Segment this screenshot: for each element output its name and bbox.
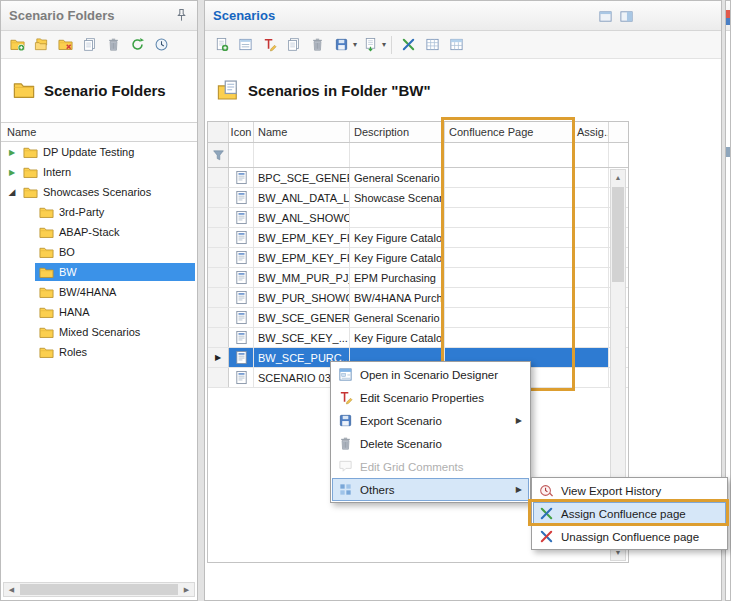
filter-cell-confluence-page[interactable]	[445, 143, 573, 167]
scenario-assigned-cell[interactable]	[573, 228, 609, 247]
scenario-row-bw-sce-key[interactable]: BW_SCE_KEY_...Key Figure Catalog...	[208, 328, 628, 348]
history-button[interactable]	[150, 34, 172, 56]
scenario-name-cell[interactable]: BW_EPM_KEY_FIG...	[254, 248, 350, 267]
menu-item-open-in-scenario-designer[interactable]: Open in Scenario Designer	[332, 363, 529, 386]
scenario-confluence-cell[interactable]	[445, 248, 573, 267]
window-layout-icon[interactable]	[597, 8, 613, 24]
tree-item-mixed-scenarios[interactable]: Mixed Scenarios	[1, 322, 195, 342]
tree-item-content[interactable]: Mixed Scenarios	[35, 323, 195, 341]
menu-item-unassign-confluence-page[interactable]: Unassign Confluence page	[533, 525, 726, 548]
scenario-row-bw-mm-pur-pj-01[interactable]: BW_MM_PUR_PJ_01EPM Purchasing	[208, 268, 628, 288]
scenario-assigned-cell[interactable]	[573, 328, 609, 347]
twisty-expanded-icon[interactable]: ◢	[5, 187, 19, 197]
scroll-thumb[interactable]	[612, 187, 624, 282]
menu-item-assign-confluence-page[interactable]: Assign Confluence page	[533, 502, 726, 525]
scenario-description-cell[interactable]: Key Figure Catalog...	[350, 328, 445, 347]
scenario-row-bw-epm-key-fig[interactable]: BW_EPM_KEY_FIG...Key Figure Catalog...	[208, 228, 628, 248]
scenario-assigned-cell[interactable]	[573, 248, 609, 267]
column-header-name[interactable]: Name	[254, 122, 350, 142]
filter-cell-icon[interactable]	[229, 143, 254, 167]
duplicate-scenario-button[interactable]	[282, 34, 304, 56]
column-header-assig[interactable]: Assig...	[573, 122, 609, 142]
scenario-confluence-cell[interactable]	[445, 228, 573, 247]
scenario-confluence-cell[interactable]	[445, 268, 573, 287]
scenario-assigned-cell[interactable]	[573, 288, 609, 307]
column-header-description[interactable]: Description	[350, 122, 445, 142]
scenario-description-cell[interactable]: General Scenario f...	[350, 308, 445, 327]
menu-item-delete-scenario[interactable]: Delete Scenario	[332, 432, 529, 455]
export-scenario-button[interactable]	[330, 34, 352, 56]
scenario-row-bw-pur-showca[interactable]: BW_PUR_SHOWCA...BW/4HANA Purcha...	[208, 288, 628, 308]
scenario-assigned-cell[interactable]	[573, 348, 609, 367]
grid-view-button[interactable]	[421, 34, 443, 56]
twisty-collapsed-icon[interactable]: ▶	[5, 168, 19, 177]
column-header-confluence-page[interactable]: Confluence Page	[445, 122, 573, 142]
scenario-name-cell[interactable]: BW_SCE_GENERAL...	[254, 308, 350, 327]
new-folder-button[interactable]	[6, 34, 28, 56]
scenario-name-cell[interactable]: BW_SCE_KEY_...	[254, 328, 350, 347]
scenario-description-cell[interactable]: Showcase Scenario...	[350, 188, 445, 207]
tree-item-content[interactable]: BW/4HANA	[35, 283, 195, 301]
delete-scenario-button[interactable]	[306, 34, 328, 56]
paste-folder-button[interactable]	[78, 34, 100, 56]
filter-cell-assig[interactable]	[573, 143, 609, 167]
tree-item-content[interactable]: DP Update Testing	[19, 143, 195, 161]
import-scenario-button[interactable]	[359, 34, 381, 56]
tree-item-hana[interactable]: HANA	[1, 302, 195, 322]
scenario-name-cell[interactable]: BW_ANL_DATA_LO...	[254, 188, 350, 207]
menu-item-edit-scenario-properties[interactable]: Edit Scenario Properties	[332, 386, 529, 409]
scenario-row-bw-sce-general[interactable]: BW_SCE_GENERAL...General Scenario f...	[208, 308, 628, 328]
copy-folder-button[interactable]	[30, 34, 52, 56]
scenario-name-cell[interactable]: BPC_SCE_GENERA...	[254, 168, 350, 187]
filter-cell-description[interactable]	[350, 143, 445, 167]
scenario-name-cell[interactable]: BW_EPM_KEY_FIG...	[254, 228, 350, 247]
tree-item-intern[interactable]: ▶Intern	[1, 162, 195, 182]
menu-item-others[interactable]: Others▶	[332, 478, 529, 501]
scenario-confluence-cell[interactable]	[445, 308, 573, 327]
tree-item-abap-stack[interactable]: ABAP-Stack	[1, 222, 195, 242]
tree-item-bw[interactable]: BW	[1, 262, 195, 282]
edit-properties-button[interactable]	[258, 34, 280, 56]
tree-item-content[interactable]: BW	[35, 263, 195, 281]
scenario-description-cell[interactable]: BW/4HANA Purcha...	[350, 288, 445, 307]
scenario-confluence-cell[interactable]	[445, 328, 573, 347]
tree-item-showcases-scenarios[interactable]: ◢Showcases Scenarios	[1, 182, 195, 202]
menu-item-view-export-history[interactable]: View Export History	[533, 479, 726, 502]
tree-item-content[interactable]: BO	[35, 243, 195, 261]
tree-item-content[interactable]: Intern	[19, 163, 195, 181]
refresh-button[interactable]	[126, 34, 148, 56]
dropdown-arrow-icon[interactable]: ▾	[353, 40, 357, 49]
scroll-left-button[interactable]: ◀	[4, 586, 19, 594]
scenario-confluence-cell[interactable]	[445, 208, 573, 227]
scroll-up-button[interactable]: ▲	[611, 170, 625, 185]
tree-item-roles[interactable]: Roles	[1, 342, 195, 362]
dropdown-arrow-icon[interactable]: ▾	[382, 40, 386, 49]
tree-item-content[interactable]: 3rd-Party	[35, 203, 195, 221]
tree-item-3rd-party[interactable]: 3rd-Party	[1, 202, 195, 222]
new-scenario-button[interactable]	[210, 34, 232, 56]
scenario-description-cell[interactable]: General Scenario o...	[350, 168, 445, 187]
delete-folder-button[interactable]	[102, 34, 124, 56]
scenario-confluence-cell[interactable]	[445, 168, 573, 187]
scroll-thumb[interactable]	[20, 584, 178, 595]
assign-confluence-button[interactable]	[397, 34, 419, 56]
filter-cell-name[interactable]	[254, 143, 350, 167]
filter-indicator-cell[interactable]	[208, 143, 229, 167]
tree-column-header-name[interactable]: Name	[1, 122, 197, 142]
horizontal-scrollbar[interactable]: ◀ ▶	[3, 582, 195, 597]
pin-icon[interactable]	[173, 8, 189, 24]
scenario-row-bw-anl-data-lo[interactable]: BW_ANL_DATA_LO...Showcase Scenario...	[208, 188, 628, 208]
scroll-track[interactable]	[19, 583, 179, 596]
column-header-icon[interactable]: Icon	[229, 122, 254, 142]
window-dock-icon[interactable]	[618, 8, 634, 24]
twisty-collapsed-icon[interactable]: ▶	[5, 148, 19, 157]
scenario-assigned-cell[interactable]	[573, 188, 609, 207]
scenario-description-cell[interactable]: Key Figure Catalog	[350, 248, 445, 267]
scenario-assigned-cell[interactable]	[573, 168, 609, 187]
tree-item-content[interactable]: HANA	[35, 303, 195, 321]
menu-item-export-scenario[interactable]: Export Scenario▶	[332, 409, 529, 432]
scenario-assigned-cell[interactable]	[573, 208, 609, 227]
scenario-description-cell[interactable]	[350, 208, 445, 227]
tree-item-content[interactable]: ABAP-Stack	[35, 223, 195, 241]
tree-item-dp-update-testing[interactable]: ▶DP Update Testing	[1, 142, 195, 162]
